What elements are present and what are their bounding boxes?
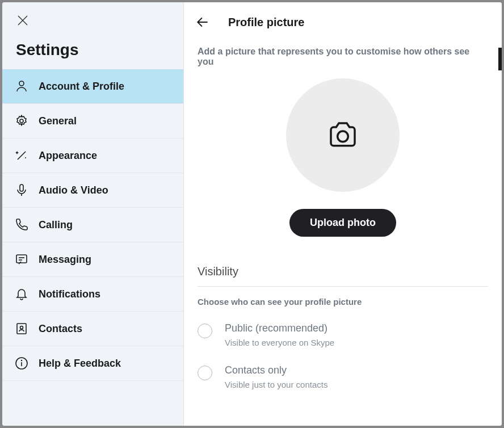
back-arrow-icon[interactable] xyxy=(195,15,210,30)
visibility-option-public[interactable]: Public (recommended) Visible to everyone… xyxy=(198,322,488,347)
bell-icon xyxy=(15,287,28,301)
nav-label: Appearance xyxy=(39,150,97,162)
nav-label: Audio & Video xyxy=(39,184,108,196)
avatar-area: Upload photo xyxy=(198,78,488,237)
mic-icon xyxy=(15,183,28,197)
person-icon xyxy=(15,79,28,93)
camera-icon xyxy=(327,119,359,151)
sidebar-item-appearance[interactable]: Appearance xyxy=(2,139,183,173)
radio-desc: Visible just to your contacts xyxy=(225,380,327,389)
sidebar-header: Settings xyxy=(2,2,183,69)
sidebar-item-calling[interactable]: Calling xyxy=(2,208,183,242)
svg-point-14 xyxy=(22,360,22,361)
radio-label: Public (recommended) xyxy=(225,322,334,334)
visibility-heading: Visibility xyxy=(198,265,488,278)
svg-point-3 xyxy=(20,119,23,123)
nav-label: Notifications xyxy=(39,288,100,300)
page-subtitle: Add a picture that represents you to cus… xyxy=(198,47,488,67)
svg-rect-7 xyxy=(16,255,27,263)
svg-point-11 xyxy=(20,326,23,329)
nav-label: Help & Feedback xyxy=(39,358,121,370)
nav-label: Messaging xyxy=(39,254,91,266)
visibility-subheading: Choose who can see your profile picture xyxy=(198,297,488,307)
scrollbar-sliver xyxy=(498,48,502,70)
sidebar-item-general[interactable]: General xyxy=(2,104,183,139)
settings-content: Profile picture Add a picture that repre… xyxy=(184,2,502,426)
radio-desc: Visible to everyone on Skype xyxy=(225,338,334,347)
radio-text: Public (recommended) Visible to everyone… xyxy=(225,322,334,347)
svg-point-16 xyxy=(338,131,348,142)
contacts-icon xyxy=(15,322,28,335)
sidebar-item-account-profile[interactable]: Account & Profile xyxy=(2,69,183,104)
content-body: Add a picture that represents you to cus… xyxy=(184,35,502,418)
wand-icon xyxy=(15,149,28,162)
visibility-option-contacts-only[interactable]: Contacts only Visible just to your conta… xyxy=(198,364,488,389)
nav-label: General xyxy=(39,115,77,127)
divider xyxy=(198,286,488,287)
settings-dialog: Settings Account & Profile General xyxy=(2,2,502,426)
page-title: Profile picture xyxy=(228,16,304,29)
nav-label: Calling xyxy=(39,219,73,231)
sidebar-item-contacts[interactable]: Contacts xyxy=(2,312,183,346)
settings-nav: Account & Profile General Appearance xyxy=(2,69,183,381)
gear-icon xyxy=(15,114,28,128)
svg-rect-5 xyxy=(20,184,23,191)
svg-point-4 xyxy=(25,157,26,158)
radio-label: Contacts only xyxy=(225,364,327,376)
close-icon[interactable] xyxy=(16,14,30,27)
settings-title: Settings xyxy=(16,41,170,59)
nav-label: Account & Profile xyxy=(39,81,124,93)
sidebar-item-notifications[interactable]: Notifications xyxy=(2,277,183,312)
radio-text: Contacts only Visible just to your conta… xyxy=(225,364,327,389)
content-header: Profile picture xyxy=(184,2,502,35)
nav-label: Contacts xyxy=(39,323,82,335)
sidebar-item-help-feedback[interactable]: Help & Feedback xyxy=(2,346,183,381)
settings-sidebar: Settings Account & Profile General xyxy=(2,2,184,426)
info-icon xyxy=(15,356,28,370)
radio-icon xyxy=(198,324,212,338)
message-icon xyxy=(15,253,28,266)
svg-point-2 xyxy=(19,81,24,86)
upload-photo-button[interactable]: Upload photo xyxy=(289,209,396,237)
phone-icon xyxy=(15,218,28,232)
sidebar-item-audio-video[interactable]: Audio & Video xyxy=(2,173,183,208)
sidebar-item-messaging[interactable]: Messaging xyxy=(2,242,183,277)
radio-icon xyxy=(198,366,212,380)
avatar-placeholder[interactable] xyxy=(286,78,400,192)
